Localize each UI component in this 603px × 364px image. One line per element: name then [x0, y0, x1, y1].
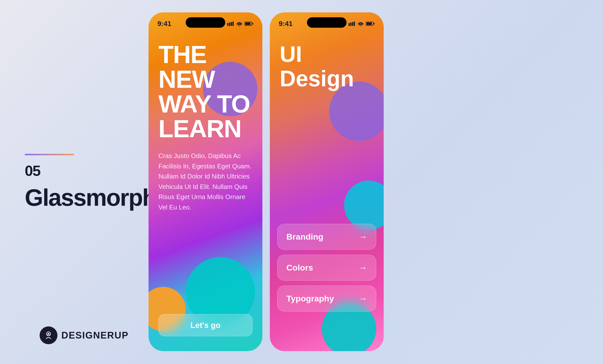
svg-rect-19: [374, 23, 375, 24]
svg-rect-7: [232, 22, 234, 26]
svg-rect-11: [252, 23, 253, 24]
phone-2-title: UI Design: [280, 42, 374, 91]
svg-rect-12: [349, 23, 350, 26]
slide-title: Glassmorphism: [25, 185, 134, 210]
blob-teal-right-2: [344, 181, 384, 230]
lets-go-button[interactable]: Let's go: [158, 314, 252, 336]
typography-card[interactable]: Typography →: [277, 286, 376, 312]
svg-rect-14: [352, 22, 353, 26]
phone-1-content: THE NEW WAY TO LEARN Cras Justo Odio, Da…: [158, 42, 252, 223]
svg-rect-10: [245, 23, 251, 25]
svg-rect-4: [227, 23, 228, 26]
status-time-1: 9:41: [157, 20, 171, 28]
phone-1: 9:41 THE NEW WAY TO LEARN Cras Justo Odi…: [149, 12, 262, 351]
dynamic-island-1: [186, 17, 225, 28]
hero-body: Cras Justo Odio, Dapibus Ac Facilisis In…: [158, 151, 252, 213]
logo-text: DESIGNERUP: [61, 330, 128, 341]
status-time-2: 9:41: [279, 20, 293, 28]
status-icons-1: [227, 21, 253, 26]
colors-label: Colors: [286, 263, 313, 273]
svg-rect-15: [354, 22, 355, 26]
branding-label: Branding: [286, 232, 323, 242]
colors-arrow: →: [359, 263, 367, 273]
branding-card[interactable]: Branding →: [277, 224, 376, 250]
glass-cards: Branding → Colors → Typography →: [277, 224, 376, 312]
colors-card[interactable]: Colors →: [277, 255, 376, 281]
logo-area: DESIGNERUP: [40, 326, 128, 344]
phones-area: 9:41 THE NEW WAY TO LEARN Cras Justo Odi…: [134, 12, 603, 364]
branding-arrow: →: [359, 232, 367, 242]
dynamic-island-2: [307, 17, 347, 28]
left-panel: 05 Glassmorphism DESIGNERUP: [15, 0, 144, 364]
svg-rect-6: [231, 22, 232, 26]
svg-rect-18: [366, 23, 372, 25]
svg-line-2: [47, 334, 49, 335]
svg-line-3: [49, 334, 50, 335]
typography-arrow: →: [359, 294, 367, 303]
lets-go-label: Let's go: [190, 321, 220, 330]
phone-2: 9:41 UI Design Branding → Colors → Ty: [270, 12, 384, 351]
svg-point-16: [360, 25, 361, 26]
hero-title: THE NEW WAY TO LEARN: [158, 42, 252, 141]
logo-icon: [40, 326, 57, 344]
svg-rect-13: [350, 23, 352, 26]
accent-line: [25, 154, 74, 155]
status-icons-2: [349, 21, 375, 26]
svg-rect-5: [229, 23, 230, 26]
slide-number: 05: [25, 162, 134, 179]
typography-label: Typography: [286, 294, 334, 303]
svg-point-8: [239, 25, 240, 26]
